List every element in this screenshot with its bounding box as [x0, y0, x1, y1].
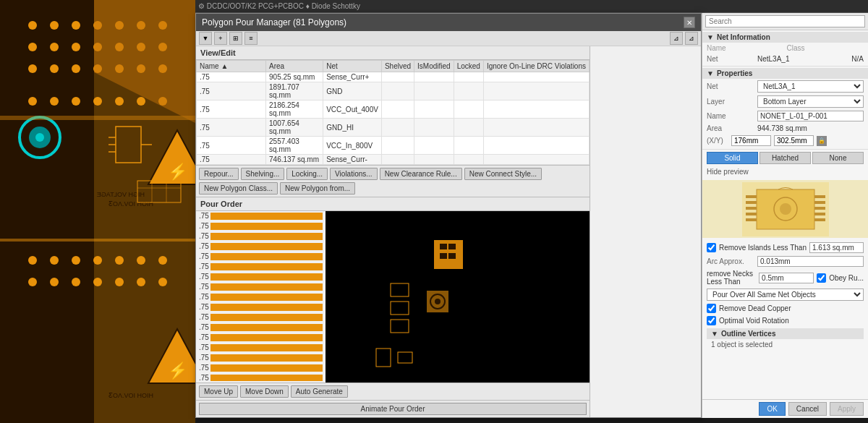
arc-approx-input[interactable]: [757, 256, 864, 267]
pour-order-item[interactable]: .75: [196, 322, 326, 333]
pour-order-item[interactable]: .75: [196, 333, 326, 343]
svg-point-35: [50, 97, 59, 106]
violations-button[interactable]: Violations...: [330, 168, 378, 180]
solid-fill-button[interactable]: Solid: [707, 152, 758, 164]
pour-order-item[interactable]: .75: [196, 373, 326, 381]
animate-pour-button[interactable]: Animate Pour Order: [199, 403, 587, 415]
hide-preview-row[interactable]: Hide preview: [702, 166, 868, 177]
pour-bar: [210, 283, 323, 291]
new-polygon-from-button[interactable]: New Polygon from...: [280, 182, 355, 195]
search-input[interactable]: [705, 15, 865, 27]
extra-btn1[interactable]: ⊿: [670, 32, 683, 45]
extra-btn2[interactable]: ⊿: [685, 32, 698, 45]
cell-shelved: [381, 119, 414, 137]
pour-bar: [210, 364, 323, 372]
pour-order-item[interactable]: .75: [196, 343, 326, 353]
pour-order-item[interactable]: .75: [196, 272, 326, 282]
apply-button[interactable]: Apply: [830, 402, 864, 416]
pour-bar: [210, 354, 323, 362]
table-row[interactable]: .75 905.25 sq.mm Sense_Curr+: [197, 72, 590, 82]
layer-prop-dropdown[interactable]: Bottom Layer: [757, 95, 864, 108]
svg-rect-87: [746, 218, 757, 221]
optimal-void-checkbox[interactable]: [707, 316, 716, 325]
table-row[interactable]: .75 2186.254 sq.mm VCC_Out_400V: [197, 101, 590, 119]
cell-area: 905.25 sq.mm: [266, 72, 323, 82]
pour-order-item[interactable]: .75: [196, 231, 326, 242]
pour-order-item[interactable]: .75: [196, 353, 326, 363]
remove-necks-label: remove Necks Less Than: [707, 270, 756, 286]
table-row[interactable]: .75 1891.707 sq.mm GND: [197, 82, 590, 101]
svg-point-78: [435, 299, 441, 304]
col-ignore: Ignore On-Line DRC Violations: [483, 61, 589, 72]
cancel-button[interactable]: Cancel: [788, 402, 827, 416]
table-row[interactable]: .75 2557.403 sq.mm VCC_In_800V: [197, 137, 590, 155]
polygon-pour-dialog: Polygon Pour Manager (81 Polygons) ✕ ▼ +…: [195, 13, 702, 418]
pour-order-item[interactable]: .75: [196, 363, 326, 373]
remove-islands-checkbox[interactable]: [707, 243, 716, 252]
toolbar-row: Repour... Shelving... Locking... Violati…: [196, 165, 590, 197]
pour-order-item[interactable]: .75: [196, 312, 326, 322]
left-panel: View/Edit Name ▲ Area Net Shelved IsModi…: [196, 46, 590, 417]
net-prop-dropdown[interactable]: NetL3A_1: [757, 80, 864, 93]
obey-rules-checkbox[interactable]: [817, 273, 826, 283]
vertices-section-label: Outline Vertices: [721, 330, 776, 338]
y-coord-input[interactable]: [774, 135, 814, 146]
filter-button[interactable]: ▼: [199, 32, 212, 45]
remove-islands-input[interactable]: [809, 242, 864, 253]
pour-order-content: .75 .75 .75 .75 .75: [196, 211, 590, 383]
svg-rect-60: [0, 116, 195, 120]
pour-item-text: .75: [199, 242, 209, 250]
cell-name: .75: [197, 82, 266, 101]
table-row[interactable]: .75 746.137 sq.mm Sense_Curr-: [197, 155, 590, 165]
remove-necks-input[interactable]: [759, 273, 814, 283]
move-up-button[interactable]: Move Up: [199, 385, 238, 398]
move-down-button[interactable]: Move Down: [240, 385, 289, 398]
pour-order-item[interactable]: .75: [196, 302, 326, 312]
svg-point-3: [28, 21, 37, 30]
pour-order-item[interactable]: .75: [196, 292, 326, 302]
none-fill-button[interactable]: None: [812, 152, 864, 164]
new-polygon-class-button[interactable]: New Polygon Class...: [199, 182, 278, 195]
pour-order-list[interactable]: .75 .75 .75 .75 .75: [196, 211, 326, 381]
svg-point-44: [50, 256, 59, 265]
pour-order-item[interactable]: .75: [196, 211, 326, 221]
dialog-close-button[interactable]: ✕: [684, 17, 695, 28]
pour-over-dropdown[interactable]: Pour Over All Same Net Objects: [707, 289, 864, 301]
new-connect-button[interactable]: New Connect Style...: [464, 168, 542, 180]
svg-point-5: [72, 21, 80, 30]
vertices-header[interactable]: ▼ Outline Vertices: [707, 328, 864, 339]
pour-order-item[interactable]: .75: [196, 252, 326, 262]
right-panel: ▼ Net Information Name Class Net NetL3A_…: [702, 13, 868, 418]
cell-shelved: [381, 101, 414, 119]
cell-locked: [454, 119, 483, 137]
new-clearance-button[interactable]: New Clearance Rule...: [380, 168, 462, 180]
pour-order-item[interactable]: .75: [196, 221, 326, 231]
hatched-fill-button[interactable]: Hatched: [760, 152, 811, 164]
svg-rect-86: [746, 213, 757, 215]
net-info-header[interactable]: ▼ Net Information: [702, 32, 868, 43]
lock-icon[interactable]: 🔒: [817, 136, 827, 146]
vertices-expand-icon: ▼: [711, 330, 718, 338]
ok-button[interactable]: OK: [759, 402, 785, 416]
cell-name: .75: [197, 101, 266, 119]
auto-generate-button[interactable]: Auto Generate: [291, 385, 348, 398]
pour-order-item[interactable]: .75: [196, 242, 326, 252]
table-row[interactable]: .75 1007.654 sq.mm GND_HI: [197, 119, 590, 137]
svg-rect-92: [814, 218, 825, 221]
settings-button2[interactable]: ≡: [244, 32, 258, 45]
locking-button[interactable]: Locking...: [286, 168, 328, 180]
table-header-row: Name ▲ Area Net Shelved IsModified Locke…: [197, 61, 590, 72]
pour-order-item[interactable]: .75: [196, 262, 326, 272]
name-prop-input[interactable]: [757, 111, 864, 121]
remove-dead-copper-checkbox[interactable]: [707, 304, 716, 313]
pour-order-item[interactable]: .75: [196, 282, 326, 292]
add-button[interactable]: +: [214, 32, 227, 45]
layout-button[interactable]: ⊞: [229, 32, 242, 45]
table-body: .75 905.25 sq.mm Sense_Curr+ .75 1891.70…: [197, 72, 590, 166]
optimal-void-row: Optimal Void Rotation: [702, 315, 868, 327]
remove-dead-copper-label: Remove Dead Copper: [719, 304, 791, 312]
x-coord-input[interactable]: [731, 135, 771, 146]
properties-header[interactable]: ▼ Properties: [702, 68, 868, 79]
shelving-button[interactable]: Shelving...: [241, 168, 285, 180]
repour-button[interactable]: Repour...: [199, 168, 239, 180]
